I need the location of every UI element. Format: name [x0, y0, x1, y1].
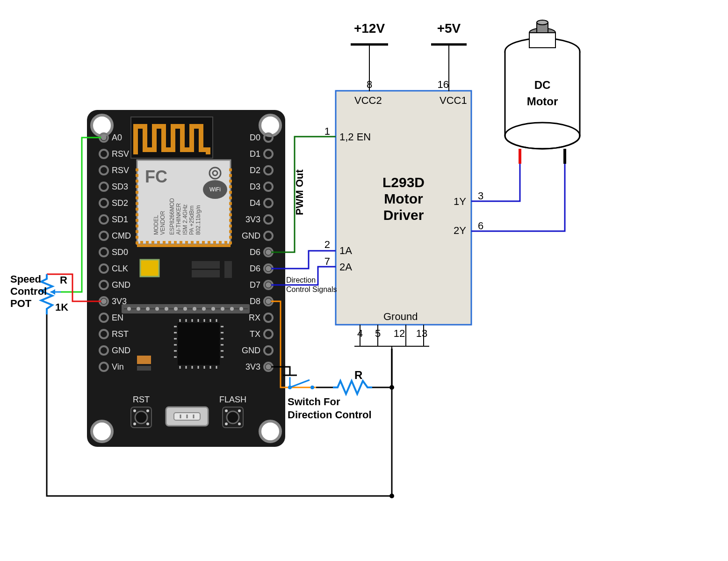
pin-3V3-l: 3V3	[112, 297, 127, 306]
svg-point-126	[310, 386, 314, 389]
pin-D6a: D6	[250, 248, 260, 257]
svg-point-78	[238, 423, 241, 425]
resistor-r: R	[354, 369, 362, 381]
svg-point-71	[133, 423, 136, 425]
pin-A0: A0	[112, 133, 122, 142]
svg-point-2	[260, 115, 281, 136]
pin6-num: 6	[478, 220, 483, 232]
fc-mark: FC	[145, 167, 167, 186]
svg-rect-15	[192, 261, 220, 269]
pin7-num: 7	[324, 255, 330, 267]
nodemcu-board: MODEL VENDOR ESP8266MOD AI-THINKER ISM 2…	[87, 110, 285, 447]
svg-point-30	[221, 307, 224, 311]
pin1-num: 1	[324, 125, 330, 137]
svg-point-137	[101, 135, 107, 140]
y1-label: 1Y	[454, 196, 466, 207]
svg-point-24	[165, 307, 168, 311]
chip-ism: ISM 2.4GHz	[182, 204, 188, 235]
driver-title-3: Driver	[383, 207, 424, 223]
switch-lbl-2: Direction Control	[288, 409, 372, 421]
svg-line-127	[290, 380, 310, 387]
svg-point-26	[183, 307, 187, 311]
svg-point-1	[92, 115, 112, 136]
pwm-out-label: PWM Out	[294, 169, 305, 215]
pin-RST: RST	[112, 329, 129, 339]
svg-point-27	[193, 307, 196, 311]
svg-point-76	[238, 409, 241, 412]
pin-3V3-r2: 3V3	[245, 362, 260, 372]
svg-marker-123	[50, 289, 55, 295]
pin3-num: 3	[478, 190, 483, 202]
pin-D3: D3	[250, 182, 260, 191]
dir-sig-2: Control Signals	[286, 285, 337, 293]
motor-label-2: Motor	[527, 95, 558, 108]
vcc1-label: VCC1	[440, 95, 467, 106]
v5-label: +5V	[437, 21, 461, 36]
y2-label: 2Y	[454, 225, 466, 236]
pin-RSV2: RSV	[112, 166, 129, 175]
svg-point-140	[266, 266, 271, 271]
pin-SD0: SD0	[112, 248, 128, 257]
pin-RX: RX	[249, 313, 260, 322]
pot-r: R	[60, 274, 67, 286]
chip-802: 802.11b/g/n	[195, 205, 202, 235]
pin-CMD: CMD	[112, 231, 131, 240]
svg-point-143	[266, 364, 271, 370]
pin-3V3-r: 3V3	[245, 215, 260, 224]
pin-RSV1: RSV	[112, 149, 129, 159]
a2-label: 2A	[339, 261, 352, 273]
pin-GND-r2: GND	[242, 346, 260, 355]
svg-point-74	[227, 411, 239, 423]
svg-point-75	[225, 409, 228, 412]
dc-motor: DC Motor	[505, 20, 580, 164]
svg-point-130	[389, 494, 394, 498]
pin-SD1: SD1	[112, 215, 128, 224]
pin-D0: D0	[250, 133, 260, 142]
svg-point-77	[225, 423, 228, 425]
flash-label: FLASH	[219, 395, 246, 404]
wifi-text: WiFi	[209, 186, 221, 193]
pot-val: 1K	[55, 301, 68, 313]
vcc2-label: VCC2	[354, 95, 382, 106]
pin-TX: TX	[250, 329, 260, 339]
pin-SD2: SD2	[112, 198, 128, 208]
pin-GND-l: GND	[112, 280, 130, 290]
gnd-label: Ground	[383, 311, 418, 322]
driver-title-1: L293D	[382, 175, 425, 190]
pot-label-1: Speed	[10, 273, 41, 285]
driver-title-2: Motor	[384, 191, 423, 206]
svg-point-4	[260, 421, 281, 442]
svg-point-142	[266, 299, 271, 304]
dir-sig-1: Direction	[286, 276, 316, 284]
switch-lbl-1: Switch For	[288, 396, 340, 408]
a1-label: 1A	[339, 245, 352, 256]
pin-D2: D2	[250, 166, 260, 175]
svg-point-21	[137, 307, 140, 311]
svg-point-28	[202, 307, 206, 311]
chip-vendor: VENDOR	[159, 211, 166, 235]
pot-label-3: POT	[10, 298, 32, 309]
svg-point-139	[266, 249, 271, 255]
wire-2y-motor	[471, 164, 565, 231]
svg-point-20	[127, 307, 131, 311]
pin-D7: D7	[250, 280, 260, 290]
flash-button: FLASH	[219, 395, 246, 428]
svg-point-25	[174, 307, 178, 311]
pin-Vin: Vin	[112, 362, 124, 372]
svg-point-138	[101, 299, 107, 304]
svg-rect-17	[224, 261, 232, 278]
chip-model: MODEL	[153, 215, 159, 235]
pin-SD3: SD3	[112, 182, 128, 191]
svg-point-72	[146, 423, 149, 425]
rst-button: RST	[131, 395, 151, 428]
pin-D4: D4	[250, 198, 260, 208]
chip-part: ESP8266MOD	[169, 198, 175, 235]
svg-point-141	[266, 282, 271, 288]
pin13-num: 13	[416, 328, 427, 339]
chip-pa: PA +25dBm	[188, 205, 195, 235]
pulldown-resistor	[333, 381, 372, 394]
pin-D8: D8	[250, 297, 260, 306]
svg-point-68	[135, 411, 147, 423]
svg-rect-60	[137, 356, 151, 364]
svg-point-22	[146, 307, 150, 311]
